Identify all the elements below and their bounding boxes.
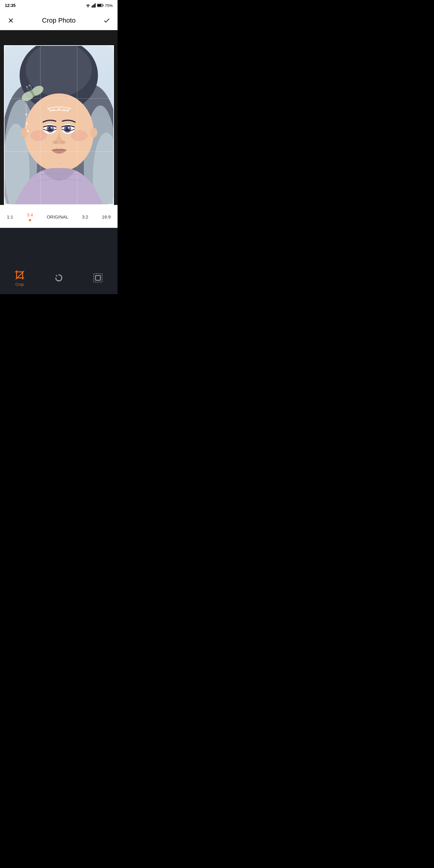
rotate-icon <box>53 273 64 283</box>
crop-handle-bottomright[interactable] <box>108 199 114 205</box>
svg-rect-0 <box>92 6 93 7</box>
crop-handle-bottomleft[interactable] <box>4 199 10 205</box>
status-bar: 12:35 75% <box>0 0 118 11</box>
ratio-option-3-4[interactable]: 3:4 <box>23 211 37 222</box>
ratio-bar: 1:1 3:4 ORIGINAL 3:2 16:9 <box>0 205 118 228</box>
svg-point-38 <box>60 141 66 144</box>
check-icon <box>103 17 110 24</box>
svg-rect-6 <box>97 4 101 6</box>
ratio-label-3-4: 3:4 <box>27 212 33 217</box>
crop-tool-label: Crop <box>16 282 24 287</box>
svg-rect-2 <box>94 4 95 7</box>
svg-rect-5 <box>103 5 103 6</box>
confirm-button[interactable] <box>101 14 113 27</box>
ratio-label-16-9: 16:9 <box>102 214 111 219</box>
svg-point-37 <box>53 141 58 144</box>
svg-point-47 <box>26 123 28 124</box>
signal-icon <box>92 3 96 7</box>
svg-point-46 <box>25 114 27 116</box>
battery-icon <box>97 3 104 7</box>
close-icon <box>7 17 14 24</box>
ratio-option-16-9[interactable]: 16:9 <box>98 213 114 221</box>
ratio-label-original: ORIGINAL <box>47 214 68 219</box>
svg-point-25 <box>58 108 60 110</box>
svg-point-26 <box>63 109 65 111</box>
svg-point-27 <box>50 110 51 112</box>
portrait-illustration <box>4 45 114 205</box>
ratio-active-dot <box>29 219 31 221</box>
frame-tool[interactable] <box>93 273 103 283</box>
black-band-bottom <box>0 228 118 264</box>
svg-marker-55 <box>56 275 58 277</box>
status-icons: 75% <box>86 3 113 8</box>
svg-point-23 <box>90 128 97 137</box>
frame-tool-icon-wrapper <box>93 273 103 283</box>
svg-point-24 <box>53 109 55 111</box>
crop-tool-icon-wrapper <box>14 270 25 280</box>
battery-percent: 75% <box>105 3 113 8</box>
ratio-option-1-1[interactable]: 1:1 <box>3 213 17 221</box>
photo-area[interactable] <box>4 45 114 205</box>
top-bar: Crop Photo <box>0 11 118 30</box>
svg-point-22 <box>21 128 28 137</box>
rotate-tool-icon-wrapper <box>53 273 64 283</box>
wifi-icon <box>86 3 90 7</box>
crop-tool[interactable]: Crop <box>14 270 25 287</box>
svg-point-48 <box>27 130 29 132</box>
svg-point-28 <box>67 110 68 112</box>
page-title: Crop Photo <box>42 17 75 24</box>
crop-icon <box>14 270 25 280</box>
image-container <box>0 45 118 205</box>
crop-handle-topright[interactable] <box>108 45 114 51</box>
frame-icon <box>93 273 103 283</box>
ratio-label-1-1: 1:1 <box>7 214 13 219</box>
svg-rect-57 <box>94 274 102 282</box>
svg-rect-3 <box>95 3 96 7</box>
ratio-label-3-2: 3:2 <box>82 214 88 219</box>
svg-point-32 <box>51 127 53 129</box>
svg-rect-1 <box>93 5 93 7</box>
status-time: 12:35 <box>5 3 16 8</box>
bottom-toolbar: Crop <box>0 264 118 294</box>
close-button[interactable] <box>5 14 17 27</box>
svg-rect-56 <box>96 276 100 280</box>
ratio-option-3-2[interactable]: 3:2 <box>79 213 92 221</box>
black-band-top <box>0 30 118 45</box>
rotate-tool[interactable] <box>53 273 64 283</box>
ratio-option-original[interactable]: ORIGINAL <box>43 213 72 221</box>
crop-handle-topleft[interactable] <box>4 45 10 51</box>
svg-point-36 <box>68 127 70 129</box>
